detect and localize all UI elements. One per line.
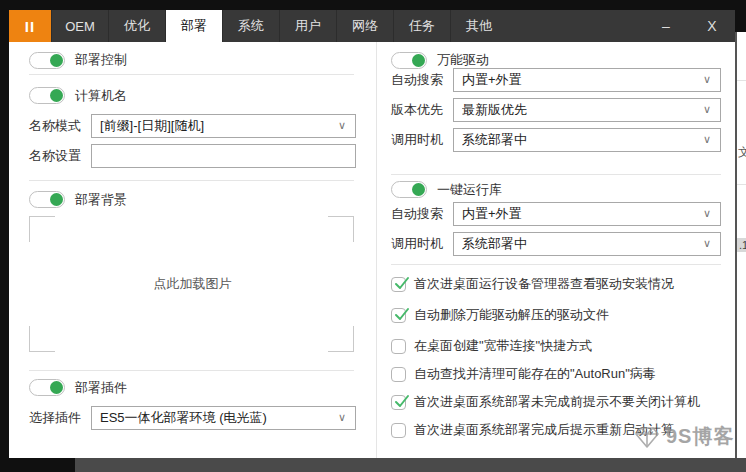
runtime-auto-search-value: 内置+外置: [462, 205, 522, 223]
app-logo-icon[interactable]: II: [9, 10, 51, 42]
chevron-down-icon: ∨: [338, 411, 346, 424]
chevron-down-icon: ∨: [703, 73, 711, 86]
chevron-down-icon: ∨: [703, 133, 711, 146]
background-image-drop-area[interactable]: 点此加载图片: [29, 216, 356, 352]
separator: [391, 174, 721, 175]
checkbox-row-device-manager[interactable]: 首次进桌面运行设备管理器查看驱动安装情况: [391, 275, 721, 293]
computer-name-toggle[interactable]: [29, 87, 65, 104]
universal-driver-toggle[interactable]: [391, 52, 427, 69]
tab-task[interactable]: 任务: [393, 10, 450, 42]
check-icon: [392, 305, 412, 325]
checkbox-row-broadband-shortcut[interactable]: 在桌面创建"宽带连接"快捷方式: [391, 337, 721, 355]
name-setting-label: 名称设置: [29, 147, 91, 165]
check-icon: [392, 392, 412, 412]
main-window: II OEM 优化 部署 系统 用户 网络 任务 其他 – X 部署控制: [9, 10, 735, 458]
watermark-text: 9S博客: [666, 423, 734, 450]
deploy-tab-content: 部署控制 计算机名 名称模式 [前缀]-[日期][随机] ∨ 名称设置: [9, 42, 735, 458]
deploy-control-label: 部署控制: [75, 51, 127, 69]
plugin-select[interactable]: ES5一体化部署环境 (电光蓝) ∨: [91, 406, 356, 430]
background-taskbar-strip: [75, 458, 746, 472]
watermark: 9S博客: [633, 423, 734, 450]
separator: [29, 74, 354, 75]
name-mode-row: 名称模式 [前缀]-[日期][随机] ∨: [29, 114, 356, 138]
background-window-partial-text: 文件: [738, 144, 746, 161]
separator: [29, 180, 354, 181]
driver-auto-search-select[interactable]: 内置+外置 ∨: [453, 68, 721, 92]
runtime-invoke-timing-row: 调用时机 系统部署中 ∨: [391, 232, 721, 256]
minimize-button[interactable]: –: [643, 10, 689, 42]
separator: [391, 264, 721, 265]
name-mode-label: 名称模式: [29, 117, 91, 135]
driver-version-priority-value: 最新版优先: [462, 101, 527, 119]
checkbox-label: 自动删除万能驱动解压的驱动文件: [414, 306, 609, 324]
tab-system[interactable]: 系统: [222, 10, 279, 42]
universal-driver-label: 万能驱动: [437, 51, 489, 69]
name-mode-select[interactable]: [前缀]-[日期][随机] ∨: [91, 114, 356, 138]
left-column: 部署控制 计算机名 名称模式 [前缀]-[日期][随机] ∨ 名称设置: [9, 42, 376, 458]
titlebar-spacer: [507, 10, 643, 42]
checkbox-label: 首次进桌面运行设备管理器查看驱动安装情况: [414, 275, 674, 293]
driver-version-priority-select[interactable]: 最新版优先 ∨: [453, 98, 721, 122]
checkbox[interactable]: [391, 339, 406, 354]
driver-version-priority-row: 版本优先 最新版优先 ∨: [391, 98, 721, 122]
runtime-invoke-timing-select[interactable]: 系统部署中 ∨: [453, 232, 721, 256]
tab-network[interactable]: 网络: [336, 10, 393, 42]
name-setting-row: 名称设置: [29, 144, 356, 168]
deploy-background-toggle[interactable]: [29, 191, 65, 208]
chevron-down-icon: ∨: [703, 237, 711, 250]
toggle-knob: [412, 54, 425, 67]
background-window-divider: [737, 184, 746, 185]
driver-auto-search-label: 自动搜索: [391, 71, 453, 89]
runtime-invoke-timing-value: 系统部署中: [462, 235, 527, 253]
tab-oem[interactable]: OEM: [51, 10, 108, 42]
universal-driver-toggle-row: 万能驱动: [391, 42, 721, 60]
plugin-select-value: ES5一体化部署环境 (电光蓝): [100, 409, 267, 427]
tab-deploy[interactable]: 部署: [165, 10, 222, 42]
name-setting-input[interactable]: [91, 144, 356, 168]
load-image-hint: 点此加载图片: [29, 275, 356, 293]
checkbox[interactable]: [391, 395, 406, 410]
deploy-background-label: 部署背景: [75, 191, 127, 209]
runtime-auto-search-select[interactable]: 内置+外置 ∨: [453, 202, 721, 226]
checkbox-label: 在桌面创建"宽带连接"快捷方式: [414, 337, 592, 355]
titlebar: II OEM 优化 部署 系统 用户 网络 任务 其他 – X: [9, 10, 735, 42]
deploy-plugin-toggle-row: 部署插件: [29, 379, 356, 396]
computer-name-toggle-row: 计算机名: [29, 87, 356, 104]
corner-bracket: [328, 216, 354, 242]
driver-invoke-timing-row: 调用时机 系统部署中 ∨: [391, 128, 721, 152]
driver-invoke-timing-select[interactable]: 系统部署中 ∨: [453, 128, 721, 152]
checkbox-row-no-shutdown-prompt[interactable]: 首次进桌面系统部署未完成前提示不要关闭计算机: [391, 393, 721, 411]
tab-user[interactable]: 用户: [279, 10, 336, 42]
driver-invoke-timing-label: 调用时机: [391, 131, 453, 149]
checkbox-row-autorun-virus[interactable]: 自动查找并清理可能存在的"AutoRun"病毒: [391, 365, 721, 383]
checkbox[interactable]: [391, 308, 406, 323]
tab-optimize[interactable]: 优化: [108, 10, 165, 42]
toggle-knob: [412, 183, 425, 196]
tab-other[interactable]: 其他: [450, 10, 507, 42]
checkbox-label: 自动查找并清理可能存在的"AutoRun"病毒: [414, 365, 656, 383]
corner-bracket: [328, 326, 354, 352]
runtime-library-toggle[interactable]: [391, 181, 427, 198]
check-icon: [392, 274, 412, 294]
checkbox-row-delete-driver-files[interactable]: 自动删除万能驱动解压的驱动文件: [391, 306, 721, 324]
checkbox[interactable]: [391, 277, 406, 292]
runtime-library-label: 一键运行库: [437, 181, 502, 199]
right-column: 万能驱动 自动搜索 内置+外置 ∨ 版本优先 最新版优先 ∨: [377, 42, 735, 458]
corner-bracket: [29, 326, 55, 352]
driver-invoke-timing-value: 系统部署中: [462, 131, 527, 149]
screenshot-root: 文件 .19 II OEM 优化 部署 系统 用户 网络 任务 其他 – X 部…: [0, 0, 746, 472]
deploy-control-toggle[interactable]: [29, 52, 65, 69]
runtime-library-toggle-row: 一键运行库: [391, 181, 721, 198]
background-window-divider: [737, 80, 746, 81]
driver-auto-search-row: 自动搜索 内置+外置 ∨: [391, 68, 721, 92]
plugin-select-row: 选择插件 ES5一体化部署环境 (电光蓝) ∨: [29, 406, 356, 430]
deploy-background-toggle-row: 部署背景: [29, 191, 356, 208]
computer-name-label: 计算机名: [75, 87, 127, 105]
deploy-plugin-toggle[interactable]: [29, 379, 65, 396]
toggle-knob: [50, 54, 63, 67]
toggle-knob: [50, 89, 63, 102]
runtime-invoke-timing-label: 调用时机: [391, 235, 453, 253]
checkbox[interactable]: [391, 423, 406, 438]
checkbox[interactable]: [391, 367, 406, 382]
close-button[interactable]: X: [689, 10, 735, 42]
